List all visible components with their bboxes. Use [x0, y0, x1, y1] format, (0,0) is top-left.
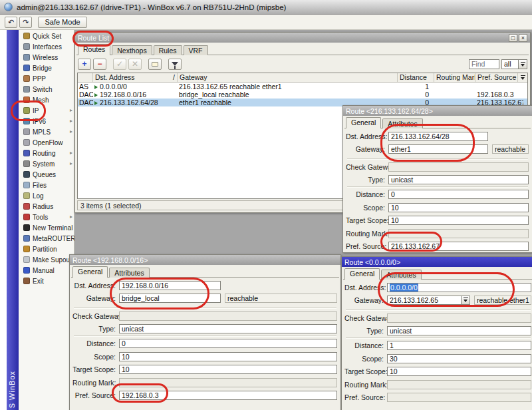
filter-button[interactable] [168, 59, 182, 70]
routing-mark-field[interactable] [388, 229, 529, 238]
tab-attributes[interactable]: Attributes [381, 270, 421, 280]
route-list-titlebar[interactable]: Route List □ × [75, 33, 530, 43]
gateway-field[interactable]: bridge_local [119, 294, 221, 303]
close-button[interactable]: × [519, 34, 527, 42]
sidebar-item-queues[interactable]: Queues [19, 169, 74, 180]
column-pref-source[interactable]: Pref. Source [475, 73, 523, 82]
enable-button[interactable]: ✓ [113, 59, 126, 70]
table-row[interactable]: DAC 192.168.0.0/16 bridge_local reachabl… [78, 91, 527, 99]
tab-general[interactable]: General [72, 266, 108, 278]
tab-general[interactable]: General [344, 268, 380, 280]
scope-field[interactable]: 10 [388, 203, 529, 212]
sidebar-item-mpls[interactable]: MPLS [19, 126, 74, 137]
distance-field[interactable]: 1 [387, 341, 531, 350]
sidebar-item-partition[interactable]: Partition [19, 244, 74, 254]
column-dst-address[interactable]: Dst. Address / [93, 73, 178, 82]
sidebar-item-system[interactable]: System [19, 158, 74, 169]
gateway-field[interactable]: 216.133.162.65 [387, 296, 462, 305]
distance-field[interactable]: 0 [119, 339, 337, 348]
sidebar-item-openflow[interactable]: OpenFlow [19, 137, 74, 148]
sidebar-item-bridge[interactable]: Bridge [19, 63, 74, 73]
add-route-button[interactable]: + [78, 59, 91, 70]
column-select-button[interactable] [517, 73, 527, 82]
sidebar-item-quick-set[interactable]: Quick Set [19, 31, 74, 41]
maximize-button[interactable]: □ [509, 34, 517, 42]
sidebar-item-ipv6[interactable]: IPv6 [19, 116, 74, 126]
pref-source-field[interactable]: 192.168.0.3 [119, 391, 337, 400]
dst-address-field[interactable]: 192.168.0.0/16 [119, 281, 221, 290]
column-gateway[interactable]: Gateway [178, 73, 398, 82]
gateway-field[interactable]: ether1 [388, 144, 488, 154]
redo-icon: ↷ [23, 18, 29, 27]
tab-rules[interactable]: Rules [154, 45, 182, 55]
type-field[interactable]: unicast [119, 324, 337, 333]
distance-field[interactable]: 0 [388, 190, 529, 199]
filter-scope-dropdown[interactable]: all [501, 59, 527, 69]
bridge-icon [23, 65, 30, 71]
dialog-titlebar[interactable]: Route <216.133.162.64/28> [343, 106, 532, 116]
sidebar-item-tools[interactable]: Tools [19, 212, 74, 222]
column-distance[interactable]: Distance [398, 73, 434, 82]
sidebar-item-wireless[interactable]: Wireless [19, 52, 74, 63]
sidebar-item-ppp[interactable]: PPP [19, 73, 74, 84]
gateway-dropdown-button[interactable] [462, 296, 470, 305]
mesh-icon [23, 97, 30, 103]
type-field[interactable]: unicast [388, 175, 529, 184]
sidebar-item-manual[interactable]: Manual [19, 265, 74, 276]
target-scope-field[interactable]: 10 [119, 365, 337, 374]
target-scope-field[interactable]: 10 [388, 216, 529, 225]
tab-vrf[interactable]: VRF [184, 45, 208, 55]
tab-attributes[interactable]: Attributes [109, 268, 149, 278]
tab-attributes[interactable]: Attributes [382, 118, 422, 128]
sidebar-item-make-supout[interactable]: Make Supout.rif [19, 254, 74, 265]
column-flags[interactable] [78, 73, 93, 82]
sidebar-item-routing[interactable]: Routing [19, 148, 74, 158]
dst-address-field[interactable]: 216.133.162.64/28 [388, 132, 488, 141]
sidebar-item-switch[interactable]: Switch [19, 84, 74, 95]
sidebar-item-interfaces[interactable]: Interfaces [19, 41, 74, 52]
tab-routes[interactable]: Routes [78, 44, 110, 55]
dropdown-button[interactable] [518, 60, 527, 69]
routing-icon [23, 150, 30, 156]
safe-mode-button[interactable]: Safe Mode [38, 17, 86, 28]
sidebar-item-exit[interactable]: Exit [19, 276, 74, 286]
gateway-status: reachable ether1 [474, 296, 531, 305]
routing-mark-field[interactable] [387, 380, 531, 389]
pref-source-field[interactable]: 216.133.162.67 [388, 242, 529, 251]
quick-set-icon [23, 33, 30, 39]
dst-address-label: Dst. Address: [72, 282, 119, 290]
sidebar-item-metarouter[interactable]: MetaROUTER [19, 233, 74, 244]
sidebar-item-mesh[interactable]: Mesh [19, 95, 74, 105]
tab-general[interactable]: General [346, 117, 381, 128]
dialog-titlebar-active[interactable]: Route <0.0.0.0/0> [342, 257, 532, 267]
sidebar-item-ip[interactable]: IP [19, 105, 74, 116]
target-scope-field[interactable]: 10 [387, 367, 531, 376]
routing-mark-field[interactable] [119, 378, 337, 387]
dialog-tabs: General Attributes [72, 266, 339, 278]
sidebar-item-files[interactable]: Files [19, 180, 74, 190]
dst-address-field[interactable]: 0.0.0.0/0 [387, 283, 531, 292]
check-gateway-field[interactable] [119, 311, 337, 321]
sidebar-item-new-terminal[interactable]: New Terminal [19, 222, 74, 233]
check-gateway-field[interactable] [388, 162, 529, 172]
disable-button[interactable]: ✕ [128, 59, 142, 70]
redo-button[interactable]: ↷ [19, 17, 32, 28]
type-field[interactable]: unicast [387, 326, 531, 335]
scope-field[interactable]: 30 [387, 354, 531, 363]
sidebar-item-label: New Terminal [33, 224, 72, 232]
sidebar-item-log[interactable]: Log [19, 190, 74, 201]
dialog-titlebar[interactable]: Route <192.168.0.0/16> [70, 255, 340, 265]
remove-route-button[interactable]: − [93, 59, 106, 70]
routing-mark-label: Routing Mark: [72, 379, 119, 387]
scope-field[interactable]: 10 [119, 352, 337, 361]
check-gateway-field[interactable] [387, 313, 531, 323]
find-input[interactable] [469, 59, 499, 69]
pref-source-field[interactable] [387, 393, 531, 402]
tab-nexthops[interactable]: Nexthops [112, 45, 152, 55]
column-routing-mark[interactable]: Routing Mark [434, 73, 475, 82]
sidebar-item-radius[interactable]: Radius [19, 201, 74, 212]
check-gateway-label: Check Gateway: [346, 163, 388, 171]
comment-button[interactable] [148, 59, 162, 70]
table-row[interactable]: AS 0.0.0.0/0 216.133.162.65 reachable et… [78, 83, 527, 91]
undo-button[interactable]: ↶ [5, 17, 17, 28]
